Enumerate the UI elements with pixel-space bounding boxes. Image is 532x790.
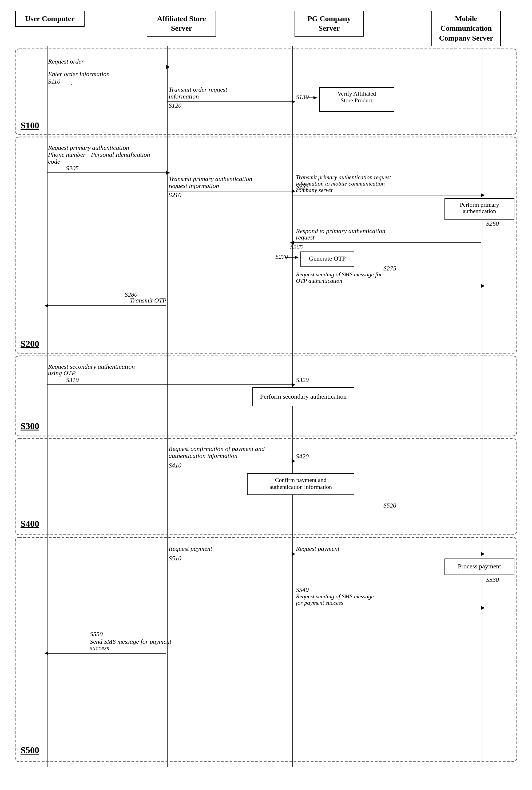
- step-s530: S530: [486, 576, 499, 583]
- step-s550: S550: [90, 631, 103, 638]
- arrowhead-transmit-otp: [44, 304, 48, 308]
- msg-respond-primary1: Respond to primary authentication: [296, 227, 385, 234]
- step-s420: S420: [296, 453, 309, 460]
- msg-req-sms-payment1: Request sending of SMS message: [296, 593, 374, 600]
- box-verify-store-text2: Store Product: [341, 97, 373, 104]
- msg-req-primary-auth1: Request primary authentication: [48, 144, 129, 151]
- actor-store-server: Affiliated Store Server: [147, 11, 216, 37]
- msg-req-primary-auth3: code: [48, 158, 60, 165]
- msg-transmit-primary-mobile1: Transmit primary authentication request: [296, 174, 392, 181]
- section-s400-label: S400: [21, 519, 39, 529]
- sequence-svg: S100 Request order Enter order informati…: [13, 46, 519, 767]
- step-s120: S120: [169, 102, 182, 109]
- box-perform-secondary-text: Perform secondary authentication: [260, 393, 346, 400]
- box-generate-otp-text: Generate OTP: [309, 255, 346, 262]
- step-s205: S205: [66, 165, 79, 172]
- arrowhead-req-confirm: [291, 459, 295, 463]
- arrowhead-transmit-primary: [291, 189, 295, 193]
- msg-transmit-primary2: request information: [169, 182, 219, 189]
- arrowhead-send-sms: [44, 651, 48, 655]
- msg-req-secondary1: Request secondary authentication: [48, 363, 135, 370]
- arrowhead-pg-to-mobile: [481, 193, 485, 197]
- msg-transmit-primary-mobile3: company server: [296, 187, 333, 193]
- msg-req-secondary2: using OTP: [48, 369, 76, 376]
- s130-arrowhead: [314, 96, 317, 99]
- actor-user-computer: User Computer: [15, 11, 84, 27]
- box-perform-primary-text2: authentication: [463, 208, 496, 214]
- arrowhead-req-primary: [166, 171, 170, 174]
- arrowhead-request-order: [166, 65, 170, 69]
- actor-mobile-server: Mobile CommunicationCompany Server: [432, 11, 501, 46]
- section-s100-label: S100: [21, 121, 39, 130]
- section-s200-label: S200: [21, 339, 39, 349]
- section-s300-label: S300: [21, 421, 39, 431]
- msg-send-sms1: Send SMS message for payment: [90, 638, 172, 645]
- s270-arrowhead: [295, 256, 299, 259]
- msg-req-confirm2: authentication information: [169, 452, 238, 459]
- msg-transmit-otp: Transmit OTP: [130, 297, 167, 304]
- msg-respond-primary2: request: [296, 234, 315, 241]
- box-confirm-payment-text1: Confirm payment and: [275, 477, 326, 483]
- step-s320: S320: [296, 376, 309, 383]
- box-confirm-payment-text2: authentication information: [269, 483, 332, 490]
- msg-req-payment-store: Request payment: [168, 545, 213, 552]
- box-perform-primary-text1: Perform primary: [460, 201, 499, 208]
- sequence-diagram: User Computer Affiliated Store Server PG…: [13, 11, 519, 767]
- step-s265: S265: [290, 243, 303, 251]
- step-s510: S510: [169, 555, 182, 562]
- step-s520: S520: [383, 502, 396, 509]
- msg-req-primary-auth2: Phone number - Personal Identification: [48, 151, 150, 158]
- section-s200-border: [15, 137, 517, 353]
- msg-transmit-order-label2: information: [169, 93, 199, 100]
- msg-transmit-order-label: Transmit order request: [169, 86, 228, 93]
- msg-transmit-primary-mobile2: information to mobile communication: [296, 180, 385, 187]
- msg-request-order-label: Request order: [48, 58, 84, 65]
- step-s275: S275: [383, 265, 396, 272]
- step-s260: S260: [486, 220, 499, 227]
- arrowhead-transmit-order: [291, 100, 295, 104]
- s110-bracket: [71, 85, 72, 87]
- msg-req-payment-pg: Request payment: [296, 545, 340, 552]
- step-s310: S310: [66, 376, 79, 383]
- box-process-payment-text: Process payment: [458, 563, 501, 570]
- actor-pg-server: PG Company Server: [294, 11, 364, 37]
- msg-transmit-primary1: Transmit primary authentication: [169, 176, 252, 182]
- actors-row: User Computer Affiliated Store Server PG…: [13, 11, 519, 46]
- step-s410: S410: [169, 462, 182, 469]
- msg-req-sms-otp2: OTP authentication: [296, 277, 342, 284]
- step-s540: S540: [296, 586, 309, 593]
- arrowhead-req-secondary: [291, 383, 295, 387]
- step-s270: S270: [276, 253, 288, 260]
- msg-enter-order-label: Enter order information: [48, 71, 110, 77]
- msg-req-confirm1: Request confirmation of payment and: [168, 445, 265, 452]
- arrowhead-req-payment-pg: [481, 552, 485, 556]
- msg-req-sms-payment2: for payment success: [296, 600, 343, 606]
- step-s130: S130: [296, 93, 309, 100]
- msg-send-sms2: success: [90, 644, 109, 651]
- section-s100-border: [15, 49, 517, 134]
- msg-req-sms-otp1: Request sending of SMS message for: [296, 271, 382, 278]
- step-s110: S110: [48, 78, 60, 85]
- arrowhead-req-sms-payment: [481, 606, 485, 610]
- arrowhead-sms-otp: [481, 284, 485, 288]
- box-verify-store-text1: Verify Affiliated: [338, 90, 376, 97]
- step-s210: S210: [169, 191, 182, 198]
- section-s500-label: S500: [21, 745, 39, 755]
